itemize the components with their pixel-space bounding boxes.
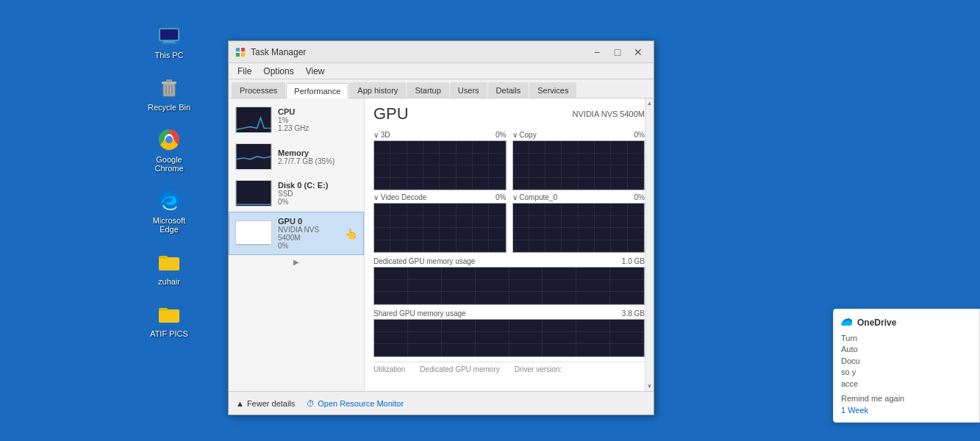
tab-performance[interactable]: Performance — [286, 83, 348, 98]
chart-vd-area — [373, 203, 507, 253]
maximize-button[interactable]: □ — [608, 45, 627, 60]
memory-info: Memory 2.7/7.7 GB (35%) — [278, 148, 357, 165]
gpu0-detail1: NVIDIA NVS 5400M — [278, 226, 339, 242]
desktop-icon-chrome[interactable]: Google Chrome — [143, 126, 195, 173]
memory-detail1: 2.7/7.7 GB (35%) — [278, 157, 357, 165]
disk-detail2: 0% — [278, 198, 357, 206]
cpu-info: CPU 1% 1.23 GHz — [278, 107, 357, 132]
disk-mini-graph — [235, 180, 272, 207]
svg-point-12 — [165, 136, 173, 143]
window-title: Task Manager — [251, 47, 587, 57]
fewer-details-button[interactable]: ▲ Fewer details — [236, 399, 295, 408]
tab-startup[interactable]: Startup — [407, 82, 448, 98]
gpu0-detail2: 0% — [278, 242, 339, 250]
onedrive-title: OneDrive — [857, 318, 896, 328]
menu-view[interactable]: View — [300, 65, 331, 78]
chart-copy: ∨ Copy 0% — [512, 131, 645, 190]
menu-file[interactable]: File — [232, 65, 257, 78]
chrome-label: Google Chrome — [143, 155, 195, 173]
cpu-mini-graph — [235, 107, 272, 133]
chart-copy-label-row: ∨ Copy 0% — [512, 131, 645, 139]
bottom-bar: ▲ Fewer details ⏱ Open Resource Monitor — [229, 391, 654, 415]
sidebar-item-gpu0[interactable]: GPU 0 NVIDIA NVS 5400M 0% 👆 — [229, 212, 364, 255]
close-button[interactable]: ✕ — [629, 45, 648, 60]
tab-users[interactable]: Users — [450, 82, 487, 98]
memory-name: Memory — [278, 148, 357, 157]
svg-rect-16 — [159, 309, 179, 323]
stat-driver-version: Driver version: — [515, 365, 562, 373]
chart-copy-area — [512, 140, 645, 190]
scroll-arrow: ▶ — [229, 255, 364, 269]
sidebar-item-disk[interactable]: Disk 0 (C: E:) SSD 0% — [229, 175, 364, 212]
desktop-icon-atif-pics[interactable]: ATIF PICS — [143, 301, 195, 338]
onedrive-text: Turn Auto Docu so y acce — [841, 333, 972, 390]
dedicated-memory-label: Dedicated GPU memory usage — [373, 257, 475, 265]
main-content: CPU 1% 1.23 GHz Memory 2. — [229, 98, 654, 391]
dedicated-memory-max: 1.0 GB — [622, 257, 645, 265]
this-pc-icon — [156, 22, 182, 49]
stats-row: Utilization Dedicated GPU memory Driver … — [373, 362, 645, 373]
fewer-details-icon: ▲ — [236, 399, 244, 408]
gpu-panel-title: GPU — [373, 104, 409, 123]
tab-services[interactable]: Services — [529, 82, 576, 98]
stat-dedicated-mem-label: Dedicated GPU memory — [420, 365, 499, 373]
chart-3d-label: ∨ 3D — [373, 131, 390, 139]
desktop-icon-zuhair[interactable]: zuhair — [143, 248, 195, 286]
desktop-icon-this-pc[interactable]: This PC — [143, 22, 195, 60]
chrome-icon — [156, 126, 182, 153]
minimize-button[interactable]: − — [587, 45, 607, 60]
edge-label: Microsoft Edge — [143, 216, 195, 234]
shared-memory-section: Shared GPU memory usage 3.8 GB — [373, 309, 645, 357]
sidebar-item-cpu[interactable]: CPU 1% 1.23 GHz — [229, 101, 364, 138]
disk-name: Disk 0 (C: E:) — [278, 181, 357, 190]
desktop-icon-recycle-bin[interactable]: Recycle Bin — [143, 74, 195, 112]
svg-rect-24 — [236, 181, 271, 206]
gpu0-name: GPU 0 — [278, 217, 339, 226]
chart-vd-pct: 0% — [496, 193, 506, 201]
resource-monitor-icon: ⏱ — [307, 399, 315, 408]
gpu-mini-graph — [235, 220, 272, 247]
this-pc-label: This PC — [154, 51, 183, 60]
chart-c0-area — [512, 203, 645, 253]
gpu-device-name: NVIDIA NVS 5400M — [573, 110, 645, 118]
title-bar: Task Manager − □ ✕ — [229, 41, 654, 63]
edge-icon — [156, 187, 182, 214]
svg-rect-6 — [166, 79, 172, 82]
atif-pics-label: ATIF PICS — [150, 329, 188, 338]
gpu-header: GPU NVIDIA NVS 5400M — [373, 104, 645, 123]
dedicated-memory-chart — [373, 267, 645, 305]
menu-options[interactable]: Options — [257, 65, 299, 78]
chart-video-decode: ∨ Video Decode 0% — [373, 193, 507, 253]
chart-copy-label: ∨ Copy — [512, 131, 537, 139]
tab-details[interactable]: Details — [488, 82, 529, 98]
chart-row-2: ∨ Video Decode 0% — [373, 193, 645, 253]
tabs-bar: Processes Performance App history Startu… — [229, 79, 654, 98]
svg-rect-14 — [159, 257, 179, 270]
chart-3d-label-row: ∨ 3D 0% — [373, 131, 507, 139]
chart-copy-pct: 0% — [634, 131, 645, 139]
chart-vd-label: ∨ Video Decode — [373, 193, 426, 201]
svg-rect-18 — [236, 48, 240, 51]
svg-rect-25 — [236, 221, 271, 246]
sidebar-item-memory[interactable]: Memory 2.7/7.7 GB (35%) — [229, 138, 364, 175]
onedrive-remind-option[interactable]: 1 Week — [841, 406, 972, 415]
zuhair-label: zuhair — [158, 277, 180, 286]
stat-utilization: Utilization — [373, 365, 405, 373]
folder-zuhair-icon — [156, 248, 182, 275]
task-manager-window: Task Manager − □ ✕ File Options View Pro… — [228, 40, 654, 415]
dropdown-arrow-vd: ∨ — [373, 193, 381, 201]
chart-c0-label-row: ∨ Compute_0 0% — [512, 193, 645, 201]
disk-detail1: SSD — [278, 190, 357, 198]
chart-3d-pct: 0% — [496, 131, 506, 139]
tab-processes[interactable]: Processes — [232, 82, 285, 98]
fewer-details-label: Fewer details — [247, 399, 295, 408]
open-resource-monitor-label: Open Resource Monitor — [318, 399, 404, 408]
stat-utilization-label: Utilization — [373, 365, 405, 373]
svg-rect-17 — [159, 308, 168, 311]
recycle-bin-label: Recycle Bin — [148, 103, 190, 112]
window-controls: − □ ✕ — [587, 45, 648, 60]
open-resource-monitor-button[interactable]: ⏱ Open Resource Monitor — [307, 399, 404, 408]
shared-memory-label: Shared GPU memory usage — [373, 309, 466, 318]
desktop-icon-edge[interactable]: Microsoft Edge — [143, 187, 195, 234]
tab-app-history[interactable]: App history — [349, 82, 406, 98]
